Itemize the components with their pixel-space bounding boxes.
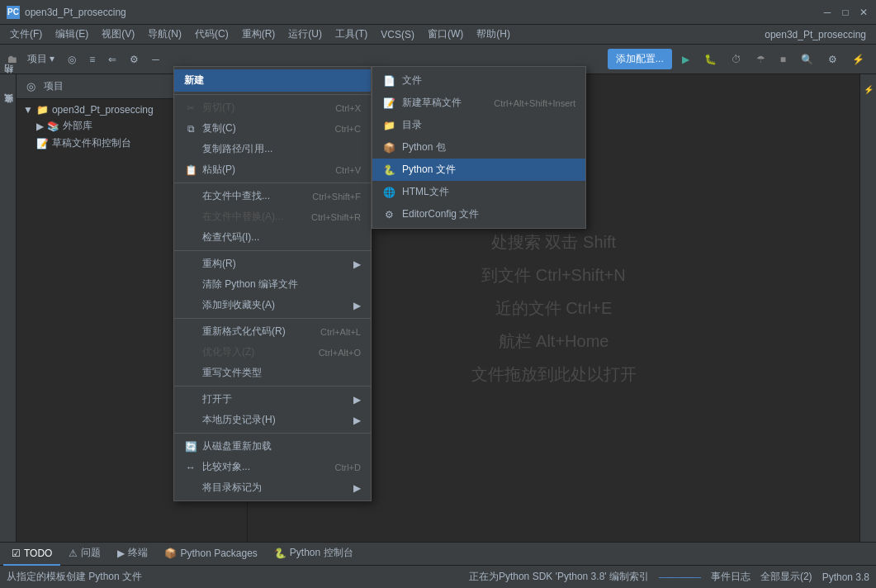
- ctx-mark-dir[interactable]: 将目录标记为 ▶: [174, 477, 371, 498]
- status-event-log[interactable]: 事件日志: [711, 570, 751, 584]
- ctx-paste-label: 粘贴(P): [202, 163, 235, 177]
- profile-button[interactable]: ⏱: [727, 51, 746, 68]
- ctx-replace-in-files[interactable]: 在文件中替换(A)... Ctrl+Shift+R: [174, 206, 371, 227]
- ctx-local-history[interactable]: 本地历史记录(H) ▶: [174, 410, 371, 430]
- sub-editorconfig[interactable]: ⚙ EditorConfig 文件: [372, 203, 585, 225]
- maximize-button[interactable]: □: [840, 7, 851, 18]
- menu-edit[interactable]: 编辑(E): [49, 25, 95, 45]
- ctx-reformat-shortcut: Ctrl+Alt+L: [320, 327, 361, 337]
- sub-html-label: HTML文件: [402, 185, 449, 199]
- menu-navigate[interactable]: 导航(N): [141, 25, 188, 45]
- run-button[interactable]: ▶: [677, 51, 694, 68]
- toolbar-btn-3[interactable]: ⇐: [103, 51, 121, 68]
- editorconfig-icon: ⚙: [382, 209, 395, 220]
- scratch-icon: 📝: [382, 97, 395, 109]
- left-tab-structure[interactable]: 结构: [0, 74, 16, 88]
- power-button[interactable]: ⚡: [847, 51, 869, 68]
- ctx-inspect-code[interactable]: 检查代码(I)...: [174, 227, 371, 248]
- sub-directory[interactable]: 📁 目录: [372, 114, 585, 136]
- close-button[interactable]: ✕: [858, 7, 869, 18]
- tab-problems[interactable]: ⚠ 问题: [60, 543, 109, 566]
- project-label: 项目: [27, 53, 47, 64]
- coverage-button[interactable]: ☂: [751, 51, 770, 68]
- ctx-reload-left: 🔄 从磁盘重新加载: [184, 439, 272, 453]
- ctx-inspect-left: 检查代码(I)...: [184, 230, 259, 244]
- menu-help[interactable]: 帮助(H): [470, 25, 517, 45]
- ctx-optimize-imports[interactable]: 优化导入(Z) Ctrl+Alt+O: [174, 342, 371, 363]
- tab-python-console[interactable]: 🐍 Python 控制台: [266, 543, 362, 566]
- ctx-add-to-favorites[interactable]: 添加到收藏夹(A) ▶: [174, 295, 371, 315]
- ctx-paste-shortcut: Ctrl+V: [335, 165, 361, 175]
- tab-terminal[interactable]: ▶ 终端: [109, 543, 156, 566]
- sub-html-file[interactable]: 🌐 HTML文件: [372, 181, 585, 203]
- sub-file-label: 文件: [402, 74, 422, 88]
- ctx-find-label: 在文件中查找...: [202, 189, 270, 203]
- sub-python-file[interactable]: 🐍 Python 文件: [372, 159, 585, 181]
- menu-view[interactable]: 视图(V): [95, 25, 141, 45]
- ctx-optimize-label: 优化导入(Z): [202, 345, 254, 359]
- markdir-arrow: ▶: [353, 482, 361, 494]
- toolbar-hide[interactable]: ─: [147, 51, 164, 68]
- sub-dir-left: 📁 目录: [382, 118, 422, 132]
- menu-refactor[interactable]: 重构(R): [235, 25, 282, 45]
- menu-bar: 文件(F) 编辑(E) 视图(V) 导航(N) 代码(C) 重构(R) 运行(U…: [0, 25, 876, 45]
- ctx-optimize-shortcut: Ctrl+Alt+O: [319, 348, 361, 358]
- ctx-paste[interactable]: 📋 粘贴(P) Ctrl+V: [174, 159, 371, 180]
- search-button[interactable]: 🔍: [796, 51, 818, 68]
- ctx-refactor[interactable]: 重构(R) ▶: [174, 254, 371, 274]
- debug-button[interactable]: 🐛: [699, 51, 722, 68]
- stop-button[interactable]: ■: [775, 51, 791, 68]
- status-display[interactable]: 全部显示(2): [760, 570, 812, 584]
- project-dropdown[interactable]: 项目 ▾: [22, 50, 59, 69]
- sub-python-package[interactable]: 📦 Python 包: [372, 136, 585, 159]
- sub-econfig-label: EditorConfig 文件: [402, 207, 479, 221]
- tab-python-packages[interactable]: 📦 Python Packages: [156, 543, 265, 566]
- menu-window[interactable]: 窗口(W): [421, 25, 470, 45]
- ctx-cut-label: 剪切(T): [202, 101, 234, 115]
- bottom-tabs: ☑ TODO ⚠ 问题 ▶ 终端 📦 Python Packages 🐍 Pyt…: [0, 542, 876, 565]
- sub-scratch[interactable]: 📝 新建草稿文件 Ctrl+Alt+Shift+Insert: [372, 92, 585, 114]
- minimize-button[interactable]: ─: [822, 7, 833, 18]
- tree-arrow-ext: ▶: [36, 121, 44, 132]
- settings-button[interactable]: ⚙: [823, 51, 842, 68]
- project-header-locate[interactable]: ◎: [23, 78, 39, 94]
- tree-arrow-root: ▼: [23, 104, 33, 116]
- ctx-reload-from-disk[interactable]: 🔄 从磁盘重新加载: [174, 436, 371, 457]
- ctx-cut[interactable]: ✂ 剪切(T) Ctrl+X: [174, 97, 371, 118]
- ctx-find-left: 在文件中查找...: [184, 189, 270, 203]
- new-header[interactable]: 新建: [174, 69, 371, 92]
- separator-1: [174, 94, 371, 95]
- menu-file[interactable]: 文件(F): [3, 25, 49, 45]
- menu-code[interactable]: 代码(C): [188, 25, 235, 45]
- ctx-find-in-files[interactable]: 在文件中查找... Ctrl+Shift+F: [174, 186, 371, 206]
- status-python[interactable]: Python 3.8: [822, 571, 869, 583]
- compare-icon: ↔: [184, 462, 197, 473]
- left-tab-favorites[interactable]: 收藏夹: [0, 104, 16, 117]
- ctx-openin-label: 打开于: [202, 392, 232, 406]
- toolbar-btn-2[interactable]: ≡: [84, 51, 100, 68]
- ctx-open-in[interactable]: 打开于 ▶: [174, 389, 371, 410]
- window-controls: ─ □ ✕: [822, 7, 869, 18]
- ctx-reformat[interactable]: 重新格式化代码(R) Ctrl+Alt+L: [174, 321, 371, 342]
- sub-file[interactable]: 📄 文件: [372, 69, 585, 92]
- hint-recent: 近的文件 Ctrl+E: [471, 292, 637, 325]
- toolbar-settings[interactable]: ⚙: [125, 51, 144, 68]
- ctx-copy-path[interactable]: 复制路径/引用...: [174, 139, 371, 159]
- reload-icon: 🔄: [184, 441, 197, 453]
- ctx-clean-pyc[interactable]: 清除 Python 编译文件: [174, 274, 371, 295]
- packages-icon: 📦: [164, 548, 177, 559]
- sub-dir-label: 目录: [402, 118, 422, 132]
- favorites-arrow: ▶: [353, 300, 361, 311]
- terminal-icon: ▶: [117, 548, 125, 559]
- menu-tools[interactable]: 工具(T): [329, 25, 374, 45]
- ctx-compare[interactable]: ↔ 比较对象... Ctrl+D: [174, 457, 371, 477]
- menu-vcs[interactable]: VCS(S): [374, 25, 421, 45]
- toolbar-btn-1[interactable]: ◎: [63, 51, 81, 68]
- sub-file-left: 📄 文件: [382, 74, 422, 88]
- ctx-copy[interactable]: ⧉ 复制(C) Ctrl+C: [174, 118, 371, 139]
- ctx-inspect-label: 检查代码(I)...: [202, 230, 259, 244]
- ctx-override-filetype[interactable]: 重写文件类型: [174, 363, 371, 383]
- menu-run[interactable]: 运行(U): [282, 25, 329, 45]
- add-config-button[interactable]: 添加配置...: [608, 49, 672, 69]
- tab-todo[interactable]: ☑ TODO: [3, 543, 60, 566]
